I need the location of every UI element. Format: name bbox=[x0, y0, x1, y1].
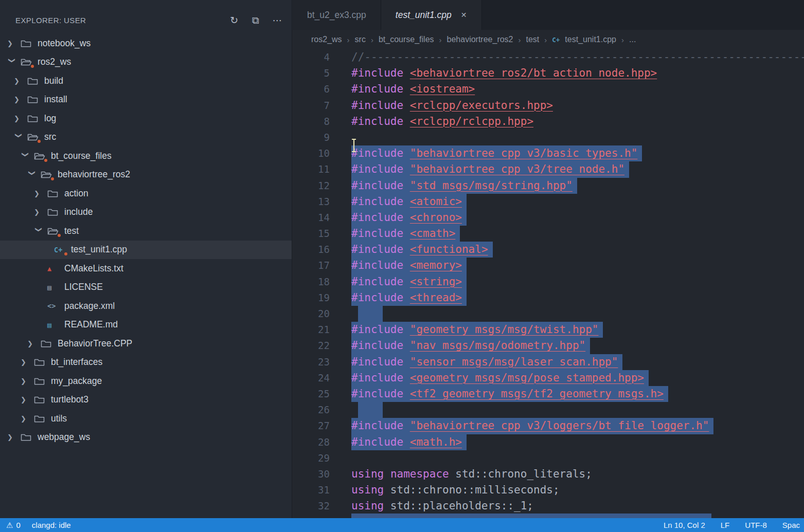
cursor-position[interactable]: Ln 10, Col 2 bbox=[664, 521, 705, 529]
breadcrumb-item[interactable]: bt_course_files bbox=[379, 35, 434, 44]
tree-item-package.xml[interactable]: <>package.xml bbox=[0, 297, 292, 316]
tree-item-README.md[interactable]: ▤README.md bbox=[0, 316, 292, 335]
token-kw: #include bbox=[351, 339, 403, 352]
code-line[interactable]: 16#include <functional> bbox=[293, 242, 804, 258]
code-line[interactable]: 23#include "sensor_msgs/msg/laser_scan.h… bbox=[293, 354, 804, 370]
folder-icon bbox=[47, 222, 63, 241]
code-line[interactable]: 24#include <geometry_msgs/msg/pose_stamp… bbox=[293, 370, 804, 386]
tree-item-action[interactable]: ❯action bbox=[0, 184, 292, 203]
license-file-icon: ▤ bbox=[47, 278, 63, 297]
line-text: #include <cmath> bbox=[330, 226, 460, 242]
code-line[interactable]: 7#include <rclcpp/executors.hpp> bbox=[293, 98, 804, 114]
code-line[interactable]: 29 bbox=[293, 450, 804, 466]
tree-item-build[interactable]: ❯build bbox=[0, 71, 292, 90]
tree-item-bt_interfaces[interactable]: ❯bt_interfaces bbox=[0, 353, 292, 372]
tree-item-utils[interactable]: ❯utils bbox=[0, 409, 292, 428]
tab-bt_u2_ex3.cpp[interactable]: bt_u2_ex3.cpp bbox=[293, 0, 381, 30]
breadcrumb-item[interactable]: test_unit1.cpp bbox=[565, 35, 616, 44]
tree-item-behaviortree_ros2[interactable]: ❯behaviortree_ros2 bbox=[0, 166, 292, 185]
token-txt bbox=[403, 291, 410, 304]
token-inc: "geometry_msgs/msg/twist.hpp" bbox=[410, 323, 599, 336]
code-line[interactable]: 21#include "geometry_msgs/msg/twist.hpp" bbox=[293, 322, 804, 338]
tree-item-bt_course_files[interactable]: ❯bt_course_files bbox=[0, 146, 292, 166]
tree-item-log[interactable]: ❯log bbox=[0, 109, 292, 128]
horizontal-scrollbar[interactable] bbox=[351, 513, 711, 518]
tree-item-include[interactable]: ❯include bbox=[0, 203, 292, 222]
code-line[interactable]: 9 bbox=[293, 130, 804, 145]
breadcrumb-item[interactable]: ros2_ws bbox=[311, 35, 342, 44]
code-line[interactable]: 20 bbox=[293, 306, 804, 322]
token-kw: #include bbox=[351, 211, 403, 224]
tree-item-LICENSE[interactable]: ▤LICENSE bbox=[0, 278, 292, 297]
token-txt bbox=[403, 276, 410, 288]
chevron-down-icon: ❯ bbox=[35, 227, 43, 240]
chevron-right-icon: ❯ bbox=[21, 358, 34, 366]
line-number: 27 bbox=[293, 418, 330, 434]
line-text: #include <chrono> bbox=[330, 210, 467, 226]
token-txt bbox=[403, 436, 410, 448]
folder-icon bbox=[47, 184, 63, 203]
collapse-folders-icon[interactable]: ⧉ bbox=[252, 15, 259, 25]
code-line[interactable]: 32using std::placeholders::_1; bbox=[293, 498, 804, 514]
tree-item-CMakeLists.txt[interactable]: ▲CMakeLists.txt bbox=[0, 259, 292, 278]
code-line[interactable]: 22#include "nav_msgs/msg/odometry.hpp" bbox=[293, 338, 804, 354]
breadcrumb-item[interactable]: src bbox=[355, 35, 366, 44]
line-number: 13 bbox=[293, 194, 330, 210]
code-line[interactable]: 6#include <iostream> bbox=[293, 81, 804, 97]
tree-item-notebook_ws[interactable]: ❯notebook_ws bbox=[0, 34, 292, 53]
code-line[interactable]: 25#include <tf2_geometry_msgs/tf2_geomet… bbox=[293, 386, 804, 402]
tree-item-test_unit1.cpp[interactable]: C+test_unit1.cpp bbox=[0, 241, 292, 260]
code-line[interactable]: 13#include <atomic> bbox=[293, 194, 804, 210]
code-line[interactable]: 5#include <behaviortree_ros2/bt_action_n… bbox=[293, 65, 804, 81]
tree-item-ros2_ws[interactable]: ❯ros2_ws bbox=[0, 53, 292, 72]
code-line[interactable]: 27#include "behaviortree_cpp_v3/loggers/… bbox=[293, 418, 804, 434]
line-number: 18 bbox=[293, 274, 330, 290]
tree-item-webpage_ws[interactable]: ❯webpage_ws bbox=[0, 428, 292, 447]
encoding-indicator[interactable]: UTF-8 bbox=[745, 521, 767, 529]
folder-icon bbox=[27, 71, 43, 90]
breadcrumb-item[interactable]: behaviortree_ros2 bbox=[447, 35, 513, 44]
token-kw: #include bbox=[351, 436, 403, 448]
tree-item-test[interactable]: ❯test bbox=[0, 222, 292, 241]
token-kw: #include bbox=[351, 419, 403, 432]
code-line[interactable]: 17#include <memory> bbox=[293, 258, 804, 273]
eol-indicator[interactable]: LF bbox=[721, 521, 730, 529]
code-line[interactable]: 28#include <math.h> bbox=[293, 434, 804, 450]
breadcrumb-item[interactable]: ... bbox=[629, 35, 636, 44]
line-number: 30 bbox=[293, 466, 330, 482]
breadcrumb-item[interactable]: test bbox=[526, 35, 540, 44]
tree-item-my_package[interactable]: ❯my_package bbox=[0, 372, 292, 391]
breadcrumb-separator-icon: › bbox=[439, 35, 442, 44]
code-line[interactable]: 8#include <rclcpp/rclcpp.hpp> bbox=[293, 114, 804, 130]
code-line[interactable]: 14#include <chrono> bbox=[293, 210, 804, 226]
folder-icon bbox=[34, 409, 50, 428]
tree-item-label: src bbox=[44, 132, 56, 142]
tree-item-turtlebot3[interactable]: ❯turtlebot3 bbox=[0, 391, 292, 410]
indentation-indicator[interactable]: Spac bbox=[782, 521, 800, 529]
refresh-explorer-icon[interactable]: ↻ bbox=[230, 15, 238, 25]
code-line[interactable]: 18#include <string> bbox=[293, 274, 804, 290]
code-line[interactable]: 26 bbox=[293, 402, 804, 418]
code-line[interactable]: 4//-------------------------------------… bbox=[293, 49, 804, 65]
tree-item-BehaviorTree.CPP[interactable]: ❯BehaviorTree.CPP bbox=[0, 334, 292, 353]
code-line[interactable]: 11#include "behaviortree_cpp_v3/tree_nod… bbox=[293, 161, 804, 177]
token-kw: #include bbox=[351, 323, 403, 336]
close-icon[interactable]: ✕ bbox=[461, 11, 467, 19]
code-editor[interactable]: 4//-------------------------------------… bbox=[293, 49, 804, 518]
token-inc: <cmath> bbox=[410, 227, 456, 240]
code-line[interactable]: 12#include "std_msgs/msg/string.hpp" bbox=[293, 178, 804, 194]
language-server-status[interactable]: clangd: idle bbox=[32, 521, 71, 529]
code-line[interactable]: 19#include <thread> bbox=[293, 290, 804, 306]
tree-item-install[interactable]: ❯install bbox=[0, 90, 292, 109]
selection-highlight: #include <memory> bbox=[351, 258, 467, 273]
tree-item-src[interactable]: ❯src bbox=[0, 128, 292, 147]
code-line[interactable]: 30using namespace std::chrono_literals; bbox=[293, 466, 804, 482]
more-actions-icon[interactable]: ⋯ bbox=[273, 15, 282, 25]
selection-highlight: #include <geometry_msgs/msg/pose_stamped… bbox=[351, 370, 649, 386]
code-line[interactable]: 31using std::chrono::milliseconds; bbox=[293, 482, 804, 498]
code-line[interactable]: 15#include <cmath> bbox=[293, 226, 804, 242]
code-line[interactable]: 10#include "behaviortree_cpp_v3/basic_ty… bbox=[293, 145, 804, 161]
tab-test_unit1.cpp[interactable]: test_unit1.cpp✕ bbox=[381, 0, 482, 30]
warnings-indicator[interactable]: ⚠ 0 bbox=[6, 521, 21, 530]
tree-item-label: include bbox=[64, 207, 93, 217]
